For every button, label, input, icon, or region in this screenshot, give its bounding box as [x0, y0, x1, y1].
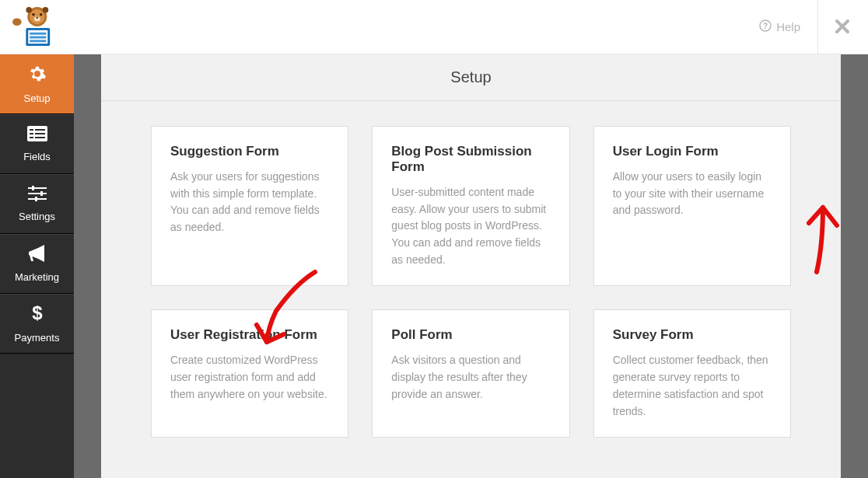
template-suggestion-form[interactable]: Suggestion Form Ask your users for sugge…: [151, 126, 348, 286]
template-title: User Registration Form: [170, 327, 329, 343]
svg-point-5: [40, 12, 42, 15]
svg-rect-22: [35, 137, 45, 138]
svg-rect-27: [40, 191, 43, 196]
sidebar-item-payments[interactable]: $ Payments: [0, 294, 74, 354]
svg-rect-11: [30, 32, 46, 34]
sidebar-item-label: Fields: [23, 151, 51, 162]
sidebar-item-label: Marketing: [15, 271, 59, 283]
gear-icon: [28, 65, 47, 88]
template-desc: User-submitted content made easy. Allow …: [391, 184, 550, 268]
svg-text:$: $: [32, 304, 43, 323]
sidebar-item-fields[interactable]: Fields: [0, 114, 74, 174]
bullhorn-icon: [27, 245, 47, 267]
svg-rect-23: [28, 187, 47, 189]
dollar-icon: $: [31, 304, 44, 327]
template-user-registration-form[interactable]: User Registration Form Create customized…: [151, 309, 348, 438]
svg-rect-13: [30, 40, 46, 42]
svg-rect-26: [32, 186, 34, 190]
template-desc: Ask your users for suggestions with this…: [170, 169, 329, 236]
template-survey-form[interactable]: Survey Form Collect customer feedback, t…: [593, 309, 791, 438]
help-label: Help: [776, 20, 800, 33]
svg-point-7: [37, 16, 38, 18]
template-desc: Ask visitors a question and display the …: [391, 352, 550, 403]
top-header: ? Help: [0, 0, 868, 54]
wpforms-logo: [11, 7, 56, 47]
sliders-icon: [28, 186, 47, 206]
svg-rect-21: [35, 133, 45, 134]
sidebar-item-marketing[interactable]: Marketing: [0, 234, 74, 294]
section-title: Setup: [101, 54, 841, 101]
close-button[interactable]: [817, 0, 852, 54]
template-desc: Create customized WordPress user registr…: [170, 352, 329, 403]
template-title: Suggestion Form: [170, 144, 329, 159]
sidebar-item-label: Payments: [15, 332, 60, 344]
svg-point-4: [32, 12, 34, 15]
template-poll-form[interactable]: Poll Form Ask visitors a question and di…: [372, 309, 569, 438]
svg-rect-20: [35, 129, 45, 131]
template-blog-post-submission-form[interactable]: Blog Post Submission Form User-submitted…: [372, 126, 569, 286]
svg-rect-19: [30, 137, 33, 138]
svg-rect-28: [35, 197, 37, 201]
template-title: User Login Form: [613, 144, 772, 159]
template-desc: Collect customer feedback, then generate…: [613, 352, 772, 420]
template-title: Survey Form: [613, 327, 772, 343]
svg-rect-17: [30, 129, 33, 131]
sidebar-item-label: Setup: [24, 92, 51, 104]
list-icon: [27, 126, 47, 146]
svg-point-2: [43, 7, 49, 13]
template-desc: Allow your users to easily login to your…: [613, 169, 772, 219]
template-title: Blog Post Submission Form: [391, 144, 550, 175]
close-icon: [835, 15, 849, 38]
template-user-login-form[interactable]: User Login Form Allow your users to easi…: [593, 126, 791, 286]
sidebar-item-setup[interactable]: Setup: [0, 54, 74, 114]
sidebar-item-label: Settings: [19, 211, 55, 222]
help-icon: ?: [759, 19, 772, 35]
svg-rect-18: [30, 133, 33, 134]
svg-rect-24: [28, 193, 47, 194]
help-link[interactable]: ? Help: [759, 19, 800, 35]
top-actions: ? Help: [759, 0, 852, 54]
main-area: Setup Suggestion Form Ask your users for…: [74, 54, 868, 478]
svg-rect-12: [30, 36, 46, 38]
inner-panel: Setup Suggestion Form Ask your users for…: [101, 54, 841, 478]
sidebar-item-settings[interactable]: Settings: [0, 174, 74, 234]
sidebar: Setup Fields Settings Marketing $ Paymen…: [0, 54, 74, 478]
templates-grid: Suggestion Form Ask your users for sugge…: [101, 101, 841, 462]
svg-point-8: [12, 18, 22, 26]
template-title: Poll Form: [391, 327, 550, 343]
svg-text:?: ?: [763, 22, 768, 30]
svg-point-1: [26, 7, 32, 13]
